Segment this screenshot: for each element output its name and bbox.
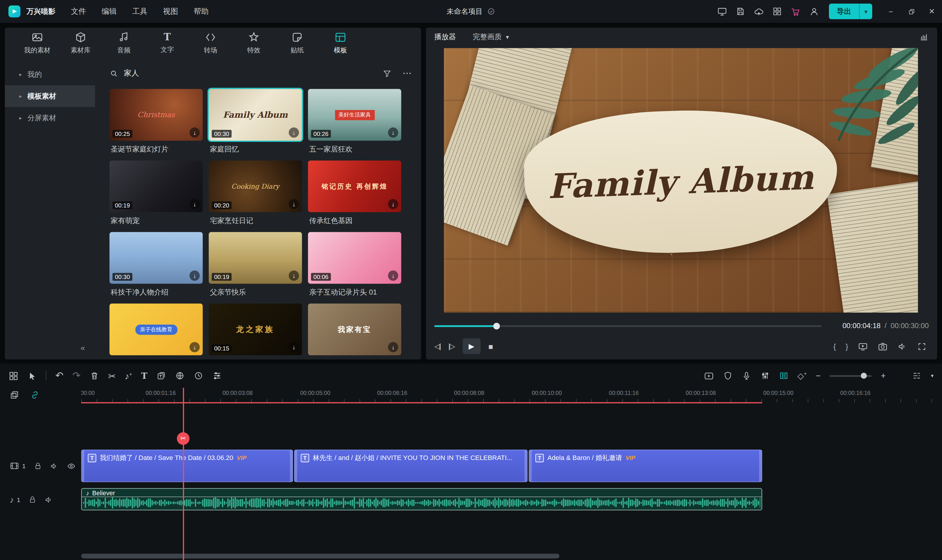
- search-input[interactable]: 家人: [124, 68, 377, 78]
- playhead[interactable]: ✂: [183, 388, 184, 560]
- previous-frame-button[interactable]: ◁|: [434, 342, 441, 351]
- save-icon[interactable]: [735, 6, 745, 16]
- video-preview[interactable]: Family Album: [444, 48, 918, 312]
- timeline-zoom-slider[interactable]: [830, 375, 872, 377]
- mute-icon[interactable]: [44, 495, 53, 504]
- menu-view[interactable]: 视图: [163, 6, 178, 17]
- audio-mixer-icon[interactable]: [760, 371, 770, 380]
- template-card[interactable]: 铭记历史 再创辉煌↓传承红色基因: [308, 160, 401, 227]
- tab-effects[interactable]: 特效: [232, 28, 276, 58]
- download-icon[interactable]: ↓: [289, 342, 299, 352]
- plugins-grid-icon[interactable]: [772, 6, 782, 16]
- template-thumbnail[interactable]: Family Album00:30↓: [209, 89, 302, 141]
- snapshot-camera-icon[interactable]: [877, 341, 888, 351]
- timeline-scrollbar[interactable]: [81, 554, 560, 558]
- account-icon[interactable]: [809, 6, 820, 17]
- delete-icon[interactable]: [89, 371, 99, 380]
- download-icon[interactable]: ↓: [289, 128, 299, 138]
- template-thumbnail[interactable]: 美好生活家具00:26↓: [308, 89, 401, 141]
- download-icon[interactable]: ↓: [388, 199, 398, 209]
- fullscreen-icon[interactable]: [917, 342, 927, 351]
- template-thumbnail[interactable]: 00:30↓: [109, 232, 203, 284]
- mute-icon[interactable]: [50, 462, 59, 471]
- menu-file[interactable]: 文件: [71, 6, 86, 17]
- zoom-handle[interactable]: [861, 372, 867, 378]
- render-preview-icon[interactable]: [703, 371, 714, 381]
- track-manager-chevron-icon[interactable]: ▾: [931, 373, 933, 378]
- template-thumbnail[interactable]: Cooking Diary00:20↓: [209, 160, 302, 212]
- mark-out-icon[interactable]: }: [845, 342, 848, 351]
- tab-stock-library[interactable]: 素材库: [59, 28, 102, 58]
- translate-icon[interactable]: [175, 371, 185, 380]
- playhead-scissors-icon[interactable]: ✂: [177, 432, 190, 445]
- visibility-eye-icon[interactable]: [66, 462, 76, 471]
- menu-tools[interactable]: 工具: [132, 6, 147, 17]
- stop-button[interactable]: ■: [488, 342, 493, 351]
- template-thumbnail[interactable]: 龙之家族00:15↓: [209, 304, 302, 355]
- lock-icon[interactable]: [34, 462, 42, 470]
- progress-handle[interactable]: [493, 323, 500, 329]
- menu-edit[interactable]: 编辑: [102, 6, 117, 17]
- quality-dropdown[interactable]: 完整画质 ▾: [473, 31, 509, 42]
- zoom-in-icon[interactable]: +: [881, 371, 886, 380]
- layout-grid-icon[interactable]: [9, 371, 19, 381]
- playback-progress-bar[interactable]: [434, 325, 822, 327]
- template-thumbnail[interactable]: 铭记历史 再创辉煌↓: [308, 160, 401, 212]
- filter-icon[interactable]: [382, 69, 392, 78]
- split-scissors-icon[interactable]: ✂: [108, 371, 116, 380]
- template-card[interactable]: 美好生活家具00:26↓五一家居狂欢: [308, 89, 401, 156]
- track-manager-icon[interactable]: [912, 371, 922, 380]
- scopes-icon[interactable]: [919, 32, 929, 42]
- restore-button[interactable]: [901, 0, 921, 23]
- display-mode-icon[interactable]: [717, 6, 727, 17]
- tab-text[interactable]: T文字: [145, 28, 189, 58]
- close-button[interactable]: ×: [922, 0, 942, 23]
- export-button[interactable]: 导出 ▾: [829, 3, 872, 19]
- collapse-panel-icon[interactable]: «: [81, 343, 85, 352]
- cloud-upload-icon[interactable]: [754, 6, 764, 17]
- tab-my-media[interactable]: 我的素材: [15, 28, 59, 58]
- volume-icon[interactable]: [897, 341, 908, 351]
- lock-icon[interactable]: [28, 495, 37, 504]
- template-card-selected[interactable]: Family Album00:30↓家庭回忆: [209, 89, 302, 156]
- template-card[interactable]: 我家有宝↓: [308, 304, 401, 360]
- menu-help[interactable]: 帮助: [194, 6, 209, 17]
- timeline-clip[interactable]: TAdela & Baron / 婚礼邀请VIP: [529, 450, 762, 482]
- tab-audio[interactable]: 音频: [102, 28, 145, 58]
- sidebar-item-splitscreen-assets[interactable]: ▸分屏素材: [5, 107, 95, 129]
- download-icon[interactable]: ↓: [289, 271, 299, 281]
- timeline-clip[interactable]: T我们结婚了 / Date / Save The Date / 03.06.20…: [81, 450, 293, 482]
- redo-icon[interactable]: ↷: [72, 371, 80, 380]
- mask-shield-icon[interactable]: [723, 371, 732, 380]
- template-thumbnail[interactable]: 亲子在线教育↓: [109, 304, 203, 355]
- undo-icon[interactable]: ↶: [56, 371, 63, 380]
- download-icon[interactable]: ↓: [388, 128, 398, 138]
- tab-transitions[interactable]: 转场: [189, 28, 232, 58]
- template-thumbnail[interactable]: Christmas00:25↓: [109, 89, 203, 141]
- template-thumbnail[interactable]: 00:19↓: [209, 232, 302, 284]
- keyframe-icon[interactable]: ◇+: [797, 371, 807, 380]
- download-icon[interactable]: ↓: [189, 199, 200, 209]
- sidebar-item-template-assets[interactable]: ▸模板素材: [5, 85, 95, 107]
- link-clips-icon[interactable]: [30, 390, 40, 400]
- zoom-out-icon[interactable]: −: [816, 371, 821, 380]
- download-icon[interactable]: ↓: [289, 199, 299, 209]
- template-card[interactable]: Cooking Diary00:20↓宅家烹饪日记: [209, 160, 302, 227]
- download-icon[interactable]: ↓: [189, 128, 200, 138]
- template-card[interactable]: 龙之家族00:15↓: [209, 304, 302, 360]
- copy-text-icon[interactable]: [156, 371, 166, 380]
- track-layout-icon[interactable]: [10, 390, 19, 400]
- download-icon[interactable]: ↓: [388, 342, 398, 352]
- beat-detect-icon[interactable]: ♪+: [125, 371, 132, 380]
- play-button[interactable]: ▶: [462, 338, 480, 354]
- auto-ripple-icon[interactable]: [779, 371, 789, 380]
- adjust-sliders-icon[interactable]: [212, 371, 222, 380]
- voiceover-mic-icon[interactable]: [742, 371, 751, 380]
- add-text-icon[interactable]: T: [141, 371, 147, 380]
- download-icon[interactable]: ↓: [189, 342, 200, 352]
- mirror-display-icon[interactable]: [858, 341, 868, 351]
- template-thumbnail[interactable]: 我家有宝↓: [308, 304, 401, 355]
- minimize-button[interactable]: −: [881, 0, 901, 23]
- template-card[interactable]: 亲子在线教育↓: [109, 304, 203, 360]
- template-thumbnail[interactable]: 00:06↓: [308, 232, 401, 284]
